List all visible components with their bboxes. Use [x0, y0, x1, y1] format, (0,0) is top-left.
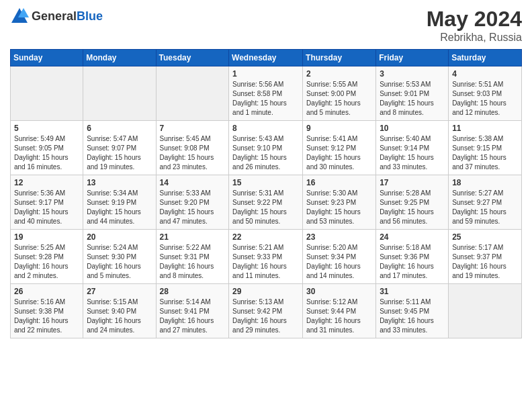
calendar-cell: 11Sunrise: 5:38 AM Sunset: 9:15 PM Dayli… [449, 121, 522, 175]
calendar-cell: 24Sunrise: 5:18 AM Sunset: 9:36 PM Dayli… [376, 230, 449, 284]
header-monday: Monday [83, 50, 156, 66]
day-info: Sunrise: 5:22 AM Sunset: 9:31 PM Dayligh… [160, 243, 226, 281]
day-number: 12 [14, 178, 79, 187]
day-info: Sunrise: 5:33 AM Sunset: 9:20 PM Dayligh… [160, 189, 226, 226]
day-number: 24 [380, 232, 445, 242]
calendar-cell [449, 284, 522, 338]
calendar-cell: 20Sunrise: 5:24 AM Sunset: 9:30 PM Dayli… [83, 230, 156, 284]
day-info: Sunrise: 5:47 AM Sunset: 9:07 PM Dayligh… [87, 134, 152, 172]
calendar-cell: 3Sunrise: 5:53 AM Sunset: 9:01 PM Daylig… [376, 66, 449, 121]
calendar-cell: 10Sunrise: 5:40 AM Sunset: 9:14 PM Dayli… [376, 121, 449, 175]
calendar-header: Sunday Monday Tuesday Wednesday Thursday… [11, 50, 522, 66]
day-info: Sunrise: 5:12 AM Sunset: 9:44 PM Dayligh… [306, 298, 372, 335]
day-info: Sunrise: 5:24 AM Sunset: 9:30 PM Dayligh… [87, 243, 152, 281]
day-number: 22 [232, 232, 299, 242]
calendar-cell: 7Sunrise: 5:45 AM Sunset: 9:08 PM Daylig… [156, 121, 229, 175]
day-info: Sunrise: 5:16 AM Sunset: 9:38 PM Dayligh… [14, 298, 79, 335]
day-info: Sunrise: 5:56 AM Sunset: 8:58 PM Dayligh… [232, 80, 299, 118]
day-number: 15 [232, 178, 299, 187]
header-tuesday: Tuesday [156, 50, 229, 66]
calendar-cell: 18Sunrise: 5:27 AM Sunset: 9:27 PM Dayli… [449, 175, 522, 230]
calendar-title: May 2024 [427, 7, 522, 32]
calendar-cell: 9Sunrise: 5:41 AM Sunset: 9:12 PM Daylig… [303, 121, 376, 175]
day-number: 20 [87, 232, 152, 242]
day-number: 11 [452, 124, 518, 133]
day-info: Sunrise: 5:27 AM Sunset: 9:27 PM Dayligh… [452, 189, 518, 226]
day-number: 1 [232, 69, 299, 79]
day-info: Sunrise: 5:41 AM Sunset: 9:12 PM Dayligh… [306, 134, 372, 172]
header-friday: Friday [376, 50, 449, 66]
day-number: 9 [306, 124, 372, 133]
calendar-cell: 14Sunrise: 5:33 AM Sunset: 9:20 PM Dayli… [156, 175, 229, 230]
day-info: Sunrise: 5:36 AM Sunset: 9:17 PM Dayligh… [14, 189, 79, 226]
day-number: 29 [232, 287, 299, 296]
page-container: GeneralBlue May 2024 Rebrikha, Russia Su… [0, 0, 532, 345]
header: GeneralBlue May 2024 Rebrikha, Russia [10, 7, 522, 44]
day-number: 6 [87, 124, 152, 133]
calendar-cell: 16Sunrise: 5:30 AM Sunset: 9:23 PM Dayli… [303, 175, 376, 230]
calendar-cell: 6Sunrise: 5:47 AM Sunset: 9:07 PM Daylig… [83, 121, 156, 175]
day-number: 13 [87, 178, 152, 187]
logo-blue: Blue [77, 9, 103, 23]
header-wednesday: Wednesday [229, 50, 303, 66]
calendar-cell [11, 66, 83, 121]
calendar-cell: 17Sunrise: 5:28 AM Sunset: 9:25 PM Dayli… [376, 175, 449, 230]
calendar-cell: 21Sunrise: 5:22 AM Sunset: 9:31 PM Dayli… [156, 230, 229, 284]
calendar-cell: 23Sunrise: 5:20 AM Sunset: 9:34 PM Dayli… [303, 230, 376, 284]
day-number: 7 [160, 124, 226, 133]
calendar-table: Sunday Monday Tuesday Wednesday Thursday… [10, 49, 522, 338]
day-number: 21 [160, 232, 226, 242]
calendar-cell: 30Sunrise: 5:12 AM Sunset: 9:44 PM Dayli… [303, 284, 376, 338]
day-number: 17 [380, 178, 445, 187]
day-number: 26 [14, 287, 79, 296]
day-info: Sunrise: 5:13 AM Sunset: 9:42 PM Dayligh… [232, 298, 299, 335]
day-number: 19 [14, 232, 79, 242]
day-number: 8 [232, 124, 299, 133]
calendar-cell: 13Sunrise: 5:34 AM Sunset: 9:19 PM Dayli… [83, 175, 156, 230]
calendar-week-row: 19Sunrise: 5:25 AM Sunset: 9:28 PM Dayli… [11, 230, 522, 284]
day-info: Sunrise: 5:25 AM Sunset: 9:28 PM Dayligh… [14, 243, 79, 281]
day-number: 5 [14, 124, 79, 133]
day-info: Sunrise: 5:28 AM Sunset: 9:25 PM Dayligh… [380, 189, 445, 226]
day-info: Sunrise: 5:31 AM Sunset: 9:22 PM Dayligh… [232, 189, 299, 226]
weekday-header-row: Sunday Monday Tuesday Wednesday Thursday… [11, 50, 522, 66]
logo: GeneralBlue [10, 7, 103, 26]
calendar-cell: 19Sunrise: 5:25 AM Sunset: 9:28 PM Dayli… [11, 230, 83, 284]
calendar-location: Rebrikha, Russia [427, 32, 522, 44]
logo-icon [10, 7, 29, 26]
calendar-cell: 12Sunrise: 5:36 AM Sunset: 9:17 PM Dayli… [11, 175, 83, 230]
calendar-cell: 15Sunrise: 5:31 AM Sunset: 9:22 PM Dayli… [229, 175, 303, 230]
calendar-cell: 26Sunrise: 5:16 AM Sunset: 9:38 PM Dayli… [11, 284, 83, 338]
calendar-week-row: 12Sunrise: 5:36 AM Sunset: 9:17 PM Dayli… [11, 175, 522, 230]
day-number: 31 [380, 287, 445, 296]
calendar-cell: 4Sunrise: 5:51 AM Sunset: 9:03 PM Daylig… [449, 66, 522, 121]
day-number: 18 [452, 178, 518, 187]
calendar-cell: 25Sunrise: 5:17 AM Sunset: 9:37 PM Dayli… [449, 230, 522, 284]
day-info: Sunrise: 5:11 AM Sunset: 9:45 PM Dayligh… [380, 298, 445, 335]
day-info: Sunrise: 5:53 AM Sunset: 9:01 PM Dayligh… [380, 80, 445, 118]
calendar-cell [156, 66, 229, 121]
day-info: Sunrise: 5:18 AM Sunset: 9:36 PM Dayligh… [380, 243, 445, 281]
calendar-cell: 29Sunrise: 5:13 AM Sunset: 9:42 PM Dayli… [229, 284, 303, 338]
header-thursday: Thursday [303, 50, 376, 66]
calendar-cell [83, 66, 156, 121]
day-info: Sunrise: 5:45 AM Sunset: 9:08 PM Dayligh… [160, 134, 226, 172]
header-saturday: Saturday [449, 50, 522, 66]
day-info: Sunrise: 5:17 AM Sunset: 9:37 PM Dayligh… [452, 243, 518, 281]
calendar-cell: 2Sunrise: 5:55 AM Sunset: 9:00 PM Daylig… [303, 66, 376, 121]
day-info: Sunrise: 5:20 AM Sunset: 9:34 PM Dayligh… [306, 243, 372, 281]
day-info: Sunrise: 5:34 AM Sunset: 9:19 PM Dayligh… [87, 189, 152, 226]
day-number: 30 [306, 287, 372, 296]
day-number: 27 [87, 287, 152, 296]
calendar-cell: 22Sunrise: 5:21 AM Sunset: 9:33 PM Dayli… [229, 230, 303, 284]
day-number: 4 [452, 69, 518, 79]
calendar-cell: 8Sunrise: 5:43 AM Sunset: 9:10 PM Daylig… [229, 121, 303, 175]
day-number: 3 [380, 69, 445, 79]
day-info: Sunrise: 5:49 AM Sunset: 9:05 PM Dayligh… [14, 134, 79, 172]
title-block: May 2024 Rebrikha, Russia [427, 7, 522, 44]
day-info: Sunrise: 5:15 AM Sunset: 9:40 PM Dayligh… [87, 298, 152, 335]
day-info: Sunrise: 5:40 AM Sunset: 9:14 PM Dayligh… [380, 134, 445, 172]
day-info: Sunrise: 5:43 AM Sunset: 9:10 PM Dayligh… [232, 134, 299, 172]
day-number: 28 [160, 287, 226, 296]
day-info: Sunrise: 5:38 AM Sunset: 9:15 PM Dayligh… [452, 134, 518, 172]
